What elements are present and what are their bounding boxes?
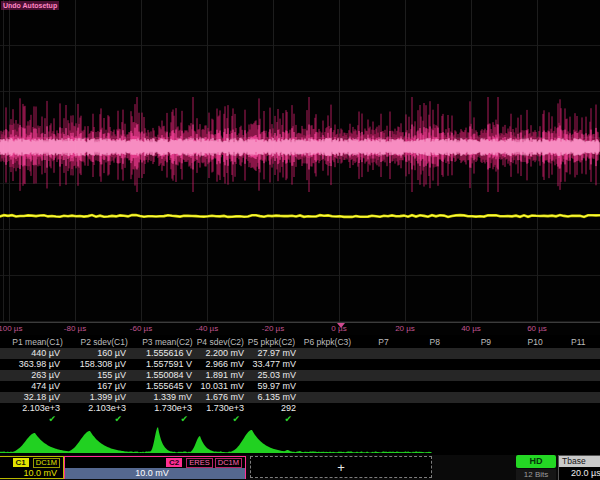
measurement-header-inactive[interactable]: P7: [360, 337, 411, 348]
measurement-header[interactable]: P4 sdev(C2): [197, 337, 248, 348]
bottom-bar: C1 DC1M 10.0 mV C2 ERES DC1M 10.0 mV + H…: [0, 455, 600, 480]
axis-tick-label: -100 µs: [0, 324, 22, 333]
measurement-header[interactable]: P2 sdev(C1): [67, 337, 132, 348]
measurement-value: 1.557591 V: [134, 359, 200, 370]
measurement-value: 1.550084 V: [134, 370, 200, 381]
axis-tick-label: 40 µs: [461, 324, 481, 333]
channel-c2-descriptor[interactable]: C2 ERES DC1M 10.0 mV: [64, 456, 246, 479]
measurement-value: 33.477 mV: [252, 359, 304, 370]
measurement-header[interactable]: P3 mean(C2): [132, 337, 197, 348]
measurement-value: 440 µV: [0, 348, 68, 359]
measurement-value: 158.308 µV: [68, 359, 134, 370]
timebase-descriptor[interactable]: Tbase 20.0 µs: [558, 455, 600, 480]
axis-tick-label: 60 µs: [527, 324, 547, 333]
measurement-header-inactive[interactable]: P10: [513, 337, 560, 348]
measurement-header-inactive[interactable]: P11: [561, 337, 600, 348]
measurement-value: 1.555645 V: [134, 381, 200, 392]
timebase-value: 20.0 µs: [559, 467, 600, 479]
measurement-value: 2.966 mV: [200, 359, 252, 370]
measurement-value: 1.730e+3: [200, 403, 252, 414]
measurement-value: 25.03 mV: [252, 370, 304, 381]
c2-eres-tag: ERES: [186, 458, 212, 468]
waveform-grid: Undo Autosetup -100 µs-80 µs-60 µs-40 µs…: [0, 0, 600, 335]
histogram-trace: [0, 424, 460, 455]
axis-tick-label: 20 µs: [395, 324, 415, 333]
measurement-value: 6.135 mV: [252, 392, 304, 403]
oscilloscope-screen: Undo Autosetup -100 µs-80 µs-60 µs-40 µs…: [0, 0, 600, 480]
measurement-value: 32.18 µV: [0, 392, 68, 403]
add-trace-button[interactable]: +: [250, 456, 432, 478]
resolution-bits-label: 12 Bits: [516, 469, 556, 480]
c1-badge: C1: [13, 458, 29, 467]
measurement-value: 59.97 mV: [252, 381, 304, 392]
top-left-annotation[interactable]: Undo Autosetup: [1, 1, 59, 10]
measurement-value: 1.891 mV: [200, 370, 252, 381]
measurement-value: 292: [252, 403, 304, 414]
plus-icon: +: [337, 460, 345, 475]
hd-mode-button[interactable]: HD: [516, 455, 556, 468]
trace-layer: [0, 0, 600, 335]
measurement-value: 1.339 mV: [134, 392, 200, 403]
c2-coupling-tag: DC1M: [215, 458, 242, 468]
c1-scale: 10.0 mV: [0, 468, 63, 479]
channel-c1-descriptor[interactable]: C1 DC1M 10.0 mV: [0, 456, 64, 479]
measurement-value: 363.98 µV: [0, 359, 68, 370]
measurement-header-inactive[interactable]: P9: [462, 337, 513, 348]
time-axis-line: [0, 322, 600, 323]
measurement-header[interactable]: P5 pkpk(C2): [248, 337, 299, 348]
measurement-value: 1.730e+3: [134, 403, 200, 414]
histogram-shape: [0, 427, 450, 453]
measurement-header-inactive[interactable]: P8: [411, 337, 462, 348]
measurement-value: 155 µV: [68, 370, 134, 381]
timebase-title: Tbase: [559, 456, 600, 467]
measurement-header[interactable]: P1 mean(C1): [0, 337, 67, 348]
measurement-value: 1.676 mV: [200, 392, 252, 403]
measurement-value: 10.031 mV: [200, 381, 252, 392]
time-axis-labels: -100 µs-80 µs-60 µs-40 µs-20 µs0 µs20 µs…: [0, 324, 600, 335]
c1-coupling-tag: DC1M: [33, 458, 60, 468]
measurement-table: P1 mean(C1)P2 sdev(C1)P3 mean(C2)P4 sdev…: [0, 337, 600, 425]
c2-scale: 10.0 mV: [65, 468, 245, 479]
axis-tick-label: -80 µs: [64, 324, 86, 333]
measurement-value: 474 µV: [0, 381, 68, 392]
measurement-value: 1.399 µV: [68, 392, 134, 403]
c2-badge: C2: [166, 458, 182, 467]
measurement-value: 27.97 mV: [252, 348, 304, 359]
measurement-value: 2.200 mV: [200, 348, 252, 359]
measurement-value: 2.103e+3: [0, 403, 68, 414]
axis-tick-label: -40 µs: [196, 324, 218, 333]
axis-tick-label: -20 µs: [262, 324, 284, 333]
measurement-value: 2.103e+3: [68, 403, 134, 414]
measurement-header-inactive[interactable]: P6 pkpk(C3): [299, 337, 360, 348]
measurement-value: 263 µV: [0, 370, 68, 381]
axis-tick-label: -60 µs: [130, 324, 152, 333]
measurement-value: 167 µV: [68, 381, 134, 392]
trigger-position-marker[interactable]: [337, 323, 345, 328]
measurement-value: 1.555616 V: [134, 348, 200, 359]
measurement-value: 160 µV: [68, 348, 134, 359]
